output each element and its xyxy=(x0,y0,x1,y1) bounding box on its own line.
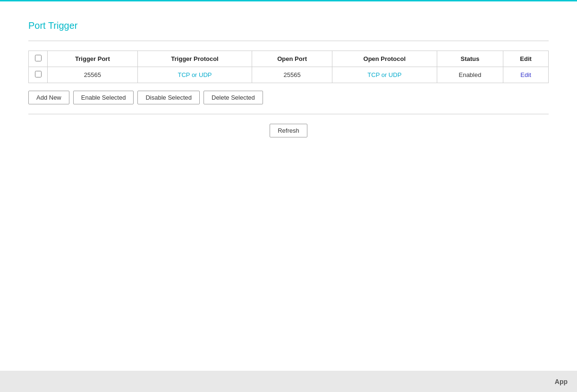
trigger-port-cell: 25565 xyxy=(48,67,138,83)
trigger-protocol-header: Trigger Protocol xyxy=(137,51,252,67)
select-all-checkbox[interactable] xyxy=(35,55,42,61)
footer-text: App xyxy=(555,378,568,385)
trigger-protocol-cell: TCP or UDP xyxy=(137,67,252,83)
action-buttons: Add New Enable Selected Disable Selected… xyxy=(28,91,549,104)
open-protocol-header: Open Protocol xyxy=(332,51,437,67)
status-cell: Enabled xyxy=(437,67,503,83)
main-content: Port Trigger Trigger Port Trigger Protoc… xyxy=(0,1,577,371)
disable-selected-button[interactable]: Disable Selected xyxy=(137,91,200,104)
trigger-port-header: Trigger Port xyxy=(48,51,138,67)
refresh-row: Refresh xyxy=(28,124,549,137)
edit-cell[interactable]: Edit xyxy=(503,67,549,83)
edit-link[interactable]: Edit xyxy=(520,71,531,78)
open-port-cell: 25565 xyxy=(252,67,332,83)
bottom-divider xyxy=(28,114,549,114)
add-new-button[interactable]: Add New xyxy=(28,91,69,104)
table-row: 25565 TCP or UDP 25565 TCP or UDP Enable… xyxy=(29,67,549,83)
page-title: Port Trigger xyxy=(28,20,549,31)
enable-selected-button[interactable]: Enable Selected xyxy=(73,91,134,104)
open-port-header: Open Port xyxy=(252,51,332,67)
top-divider xyxy=(28,41,549,41)
delete-selected-button[interactable]: Delete Selected xyxy=(204,91,263,104)
footer: App xyxy=(0,371,577,392)
port-trigger-table: Trigger Port Trigger Protocol Open Port … xyxy=(28,51,549,83)
status-header: Status xyxy=(437,51,503,67)
row-checkbox-cell xyxy=(29,67,48,83)
select-all-header xyxy=(29,51,48,67)
refresh-button[interactable]: Refresh xyxy=(270,124,307,137)
row-checkbox[interactable] xyxy=(35,71,42,77)
edit-header: Edit xyxy=(503,51,549,67)
open-protocol-cell: TCP or UDP xyxy=(332,67,437,83)
